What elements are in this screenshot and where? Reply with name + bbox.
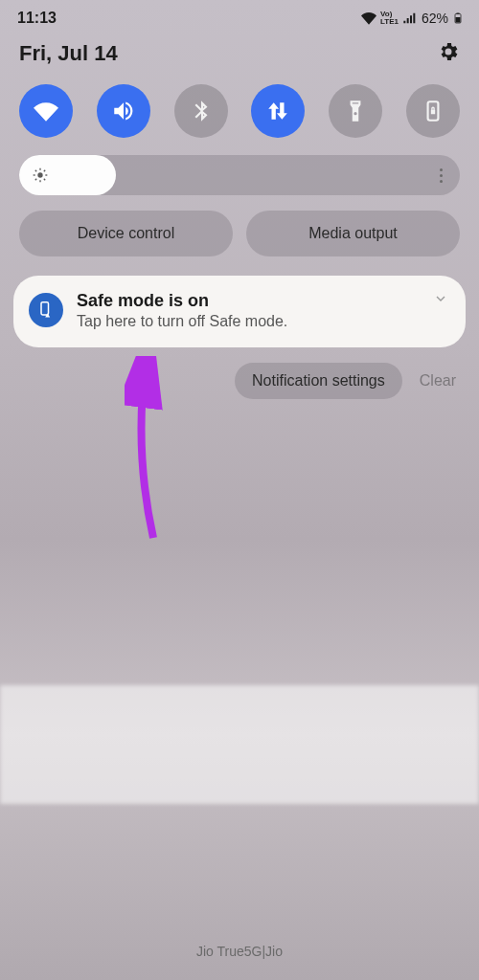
battery-icon [452,11,464,26]
media-output-button[interactable]: Media output [246,211,460,256]
signal-icon [402,11,418,26]
clear-button[interactable]: Clear [420,372,456,390]
svg-line-12 [35,179,36,180]
device-control-label: Device control [78,225,174,242]
brightness-slider-wrap [0,155,479,211]
phone-alert-icon [36,301,56,320]
control-pills: Device control Media output [0,211,479,276]
date-label[interactable]: Fri, Jul 14 [19,41,118,66]
quick-toggles [0,78,479,155]
notification-footer: Notification settings Clear [0,347,479,399]
svg-rect-4 [431,110,435,114]
wifi-icon [34,99,58,123]
chevron-down-icon [433,291,448,306]
battery-percent: 62% [422,11,448,26]
wifi-toggle[interactable] [19,84,73,138]
expand-chevron[interactable] [433,291,448,310]
bluetooth-toggle[interactable] [174,84,228,138]
notification-body: Safe mode is on Tap here to turn off Saf… [77,291,448,330]
notification-settings-button[interactable]: Notification settings [235,363,402,399]
wifi-status-icon [361,11,376,26]
notification-subtitle: Tap here to turn off Safe mode. [77,313,448,330]
data-toggle[interactable] [251,84,305,138]
svg-rect-14 [41,302,49,315]
device-control-button[interactable]: Device control [19,211,233,256]
rotation-lock-toggle[interactable] [406,84,460,138]
svg-rect-1 [456,17,461,23]
notification-title: Safe mode is on [77,291,448,311]
carrier-label: Jio True5G|Jio [0,944,479,959]
svg-line-10 [35,170,36,171]
svg-line-11 [44,179,45,180]
status-bar: 11:13 Vo)LTE1 62% [0,0,479,31]
status-time: 11:13 [17,10,57,27]
safe-mode-app-icon [29,293,63,327]
annotation-arrow [125,356,182,547]
sound-toggle[interactable] [97,84,150,138]
svg-point-5 [37,172,42,177]
data-arrows-icon [265,99,290,123]
notification-settings-label: Notification settings [252,372,385,389]
header-row: Fri, Jul 14 [0,31,479,78]
brightness-menu-icon[interactable] [440,168,443,183]
sound-icon [111,99,136,123]
flashlight-icon [343,99,368,123]
rotation-lock-icon [421,99,445,123]
flashlight-toggle[interactable] [329,84,382,138]
notification-list: Safe mode is on Tap here to turn off Saf… [0,276,479,347]
status-indicators: Vo)LTE1 62% [361,11,464,26]
safe-mode-notification[interactable]: Safe mode is on Tap here to turn off Saf… [13,276,466,347]
brightness-icon [33,167,48,183]
bluetooth-icon [189,99,214,123]
settings-button[interactable] [437,40,460,67]
dock-blur [0,685,479,804]
clear-label: Clear [420,372,456,389]
brightness-slider[interactable] [19,155,460,195]
svg-line-13 [44,170,45,171]
svg-rect-2 [457,13,460,14]
media-output-label: Media output [308,225,398,242]
gear-icon [437,40,460,63]
